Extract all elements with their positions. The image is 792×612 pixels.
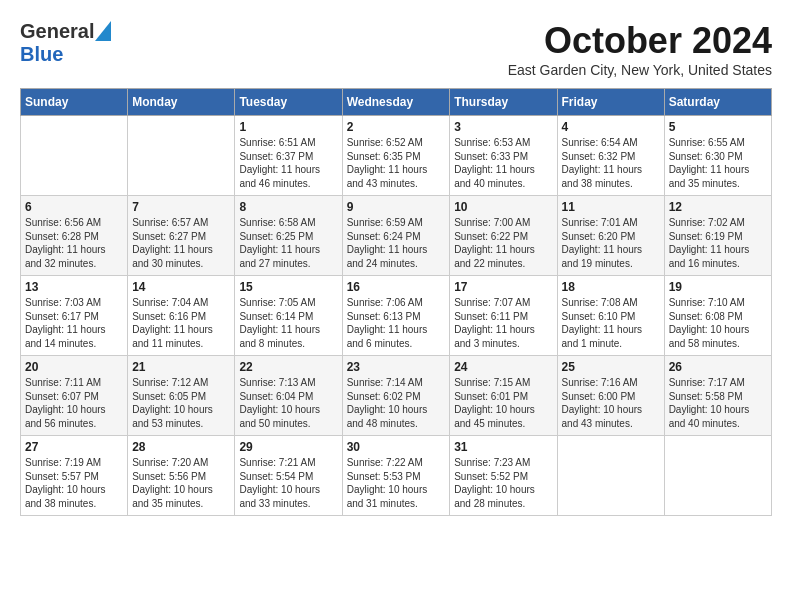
day-number: 15 [239,280,337,294]
day-info: Sunrise: 7:17 AM Sunset: 5:58 PM Dayligh… [669,376,767,430]
day-number: 4 [562,120,660,134]
day-number: 8 [239,200,337,214]
calendar-cell [128,116,235,196]
calendar-cell: 22Sunrise: 7:13 AM Sunset: 6:04 PM Dayli… [235,356,342,436]
day-info: Sunrise: 6:58 AM Sunset: 6:25 PM Dayligh… [239,216,337,270]
calendar-cell: 20Sunrise: 7:11 AM Sunset: 6:07 PM Dayli… [21,356,128,436]
day-info: Sunrise: 7:02 AM Sunset: 6:19 PM Dayligh… [669,216,767,270]
day-info: Sunrise: 7:03 AM Sunset: 6:17 PM Dayligh… [25,296,123,350]
day-info: Sunrise: 7:04 AM Sunset: 6:16 PM Dayligh… [132,296,230,350]
day-number: 24 [454,360,552,374]
day-number: 9 [347,200,446,214]
calendar-cell: 30Sunrise: 7:22 AM Sunset: 5:53 PM Dayli… [342,436,450,516]
day-info: Sunrise: 7:12 AM Sunset: 6:05 PM Dayligh… [132,376,230,430]
day-number: 26 [669,360,767,374]
day-number: 20 [25,360,123,374]
day-number: 16 [347,280,446,294]
calendar-cell: 23Sunrise: 7:14 AM Sunset: 6:02 PM Dayli… [342,356,450,436]
svg-marker-0 [95,21,111,41]
calendar-cell: 29Sunrise: 7:21 AM Sunset: 5:54 PM Dayli… [235,436,342,516]
location-text: East Garden City, New York, United State… [508,62,772,78]
day-info: Sunrise: 7:23 AM Sunset: 5:52 PM Dayligh… [454,456,552,510]
day-info: Sunrise: 7:08 AM Sunset: 6:10 PM Dayligh… [562,296,660,350]
logo: General Blue [20,20,111,66]
day-info: Sunrise: 6:52 AM Sunset: 6:35 PM Dayligh… [347,136,446,190]
calendar-cell: 25Sunrise: 7:16 AM Sunset: 6:00 PM Dayli… [557,356,664,436]
logo-blue-text: Blue [20,43,63,65]
calendar-cell: 24Sunrise: 7:15 AM Sunset: 6:01 PM Dayli… [450,356,557,436]
day-info: Sunrise: 6:56 AM Sunset: 6:28 PM Dayligh… [25,216,123,270]
day-info: Sunrise: 6:54 AM Sunset: 6:32 PM Dayligh… [562,136,660,190]
day-number: 11 [562,200,660,214]
day-info: Sunrise: 7:13 AM Sunset: 6:04 PM Dayligh… [239,376,337,430]
weekday-header-monday: Monday [128,89,235,116]
day-info: Sunrise: 7:19 AM Sunset: 5:57 PM Dayligh… [25,456,123,510]
calendar-cell: 21Sunrise: 7:12 AM Sunset: 6:05 PM Dayli… [128,356,235,436]
day-info: Sunrise: 6:59 AM Sunset: 6:24 PM Dayligh… [347,216,446,270]
calendar-cell: 8Sunrise: 6:58 AM Sunset: 6:25 PM Daylig… [235,196,342,276]
day-number: 21 [132,360,230,374]
day-info: Sunrise: 7:06 AM Sunset: 6:13 PM Dayligh… [347,296,446,350]
weekday-header-tuesday: Tuesday [235,89,342,116]
day-info: Sunrise: 6:57 AM Sunset: 6:27 PM Dayligh… [132,216,230,270]
calendar-cell: 11Sunrise: 7:01 AM Sunset: 6:20 PM Dayli… [557,196,664,276]
day-number: 18 [562,280,660,294]
day-info: Sunrise: 7:21 AM Sunset: 5:54 PM Dayligh… [239,456,337,510]
day-number: 17 [454,280,552,294]
calendar-week-1: 1Sunrise: 6:51 AM Sunset: 6:37 PM Daylig… [21,116,772,196]
day-info: Sunrise: 7:16 AM Sunset: 6:00 PM Dayligh… [562,376,660,430]
day-number: 28 [132,440,230,454]
weekday-header-wednesday: Wednesday [342,89,450,116]
day-number: 27 [25,440,123,454]
day-number: 22 [239,360,337,374]
calendar-cell: 1Sunrise: 6:51 AM Sunset: 6:37 PM Daylig… [235,116,342,196]
day-info: Sunrise: 7:20 AM Sunset: 5:56 PM Dayligh… [132,456,230,510]
day-info: Sunrise: 7:11 AM Sunset: 6:07 PM Dayligh… [25,376,123,430]
calendar-table: SundayMondayTuesdayWednesdayThursdayFrid… [20,88,772,516]
weekday-header-sunday: Sunday [21,89,128,116]
month-title: October 2024 [508,20,772,62]
calendar-cell: 16Sunrise: 7:06 AM Sunset: 6:13 PM Dayli… [342,276,450,356]
day-number: 5 [669,120,767,134]
calendar-cell: 27Sunrise: 7:19 AM Sunset: 5:57 PM Dayli… [21,436,128,516]
calendar-cell: 17Sunrise: 7:07 AM Sunset: 6:11 PM Dayli… [450,276,557,356]
calendar-cell: 15Sunrise: 7:05 AM Sunset: 6:14 PM Dayli… [235,276,342,356]
day-number: 31 [454,440,552,454]
logo-general-text: General [20,20,94,43]
calendar-week-5: 27Sunrise: 7:19 AM Sunset: 5:57 PM Dayli… [21,436,772,516]
title-block: October 2024 East Garden City, New York,… [508,20,772,78]
day-number: 6 [25,200,123,214]
calendar-cell: 2Sunrise: 6:52 AM Sunset: 6:35 PM Daylig… [342,116,450,196]
page-header: General Blue October 2024 East Garden Ci… [20,20,772,78]
weekday-header-friday: Friday [557,89,664,116]
day-number: 23 [347,360,446,374]
calendar-cell: 7Sunrise: 6:57 AM Sunset: 6:27 PM Daylig… [128,196,235,276]
calendar-cell: 26Sunrise: 7:17 AM Sunset: 5:58 PM Dayli… [664,356,771,436]
day-info: Sunrise: 7:01 AM Sunset: 6:20 PM Dayligh… [562,216,660,270]
day-number: 25 [562,360,660,374]
calendar-week-4: 20Sunrise: 7:11 AM Sunset: 6:07 PM Dayli… [21,356,772,436]
day-number: 2 [347,120,446,134]
day-number: 12 [669,200,767,214]
day-number: 7 [132,200,230,214]
weekday-header-row: SundayMondayTuesdayWednesdayThursdayFrid… [21,89,772,116]
calendar-cell: 3Sunrise: 6:53 AM Sunset: 6:33 PM Daylig… [450,116,557,196]
calendar-cell: 18Sunrise: 7:08 AM Sunset: 6:10 PM Dayli… [557,276,664,356]
calendar-cell: 6Sunrise: 6:56 AM Sunset: 6:28 PM Daylig… [21,196,128,276]
day-info: Sunrise: 6:53 AM Sunset: 6:33 PM Dayligh… [454,136,552,190]
day-info: Sunrise: 6:55 AM Sunset: 6:30 PM Dayligh… [669,136,767,190]
day-number: 14 [132,280,230,294]
day-number: 3 [454,120,552,134]
calendar-cell: 10Sunrise: 7:00 AM Sunset: 6:22 PM Dayli… [450,196,557,276]
weekday-header-thursday: Thursday [450,89,557,116]
calendar-week-2: 6Sunrise: 6:56 AM Sunset: 6:28 PM Daylig… [21,196,772,276]
logo-icon [95,21,111,41]
day-info: Sunrise: 7:00 AM Sunset: 6:22 PM Dayligh… [454,216,552,270]
day-number: 13 [25,280,123,294]
calendar-cell: 28Sunrise: 7:20 AM Sunset: 5:56 PM Dayli… [128,436,235,516]
calendar-cell [557,436,664,516]
calendar-cell: 5Sunrise: 6:55 AM Sunset: 6:30 PM Daylig… [664,116,771,196]
calendar-body: 1Sunrise: 6:51 AM Sunset: 6:37 PM Daylig… [21,116,772,516]
calendar-cell: 14Sunrise: 7:04 AM Sunset: 6:16 PM Dayli… [128,276,235,356]
calendar-cell: 4Sunrise: 6:54 AM Sunset: 6:32 PM Daylig… [557,116,664,196]
